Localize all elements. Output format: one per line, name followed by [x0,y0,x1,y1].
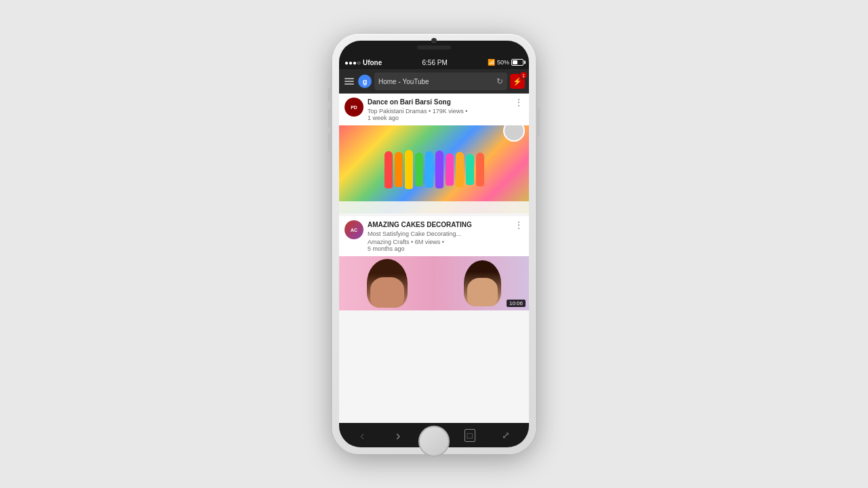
video-meta-1: PD Dance on Bari Barsi Song Top Pakistan… [339,94,529,125]
video-title-2: AMAZING CAKES DECORATING [368,220,510,229]
face-1 [367,259,408,308]
profile-overlay [503,125,525,142]
notification-badge: 1 [519,71,528,79]
video-channel-1: Top Pakistani Dramas • 179K views • 1 we… [368,108,510,121]
video-info-1: Dance on Bari Barsi Song Top Pakistani D… [368,98,510,121]
more-options-1[interactable]: ⋮ [514,98,524,107]
mute-button [328,88,331,102]
volume-down-button [328,133,331,152]
expand-icon: ⤢ [502,430,510,441]
hamburger-line-2 [344,81,354,82]
hamburger-line-3 [344,83,354,85]
video-thumbnail-1[interactable] [339,125,529,214]
battery-fill [513,60,517,64]
home-button[interactable] [418,426,450,457]
phone-frame: ●●●○ Ufone 6:56 PM 📶 50% g [332,34,536,454]
video-meta-2-sub: Amazing Crafts • 6M views • 5 months ago [368,239,510,252]
video-info-2: AMAZING CAKES DECORATING Most Satisfying… [368,220,510,252]
signal-icon: 📶 [488,59,495,66]
power-button [537,108,540,137]
url-text: Home - YouTube [378,78,429,85]
battery-icon [511,59,524,66]
video-title-1: Dance on Bari Barsi Song [368,98,510,106]
reload-button[interactable]: ↻ [496,77,503,86]
forward-button[interactable]: › [390,427,406,443]
thumbnail-visual [378,143,491,196]
browser-toolbar: g Home - YouTube ↻ ⚡ 1 [339,69,529,94]
menu-button[interactable] [343,77,355,86]
more-options-2[interactable]: ⋮ [514,220,524,230]
carrier-label: ●●●○ Ufone [344,59,382,66]
tabs-icon: □ [465,429,475,442]
channel-avatar-2: AC [344,220,363,239]
back-icon: ‹ [360,428,365,443]
status-bar: ●●●○ Ufone 6:56 PM 📶 50% [339,56,529,69]
video-item-2: AC AMAZING CAKES DECORATING Most Satisfy… [339,216,529,310]
status-right: 📶 50% [488,59,524,66]
duration-badge-2: 10:06 [507,300,526,307]
battery-label: 50% [497,59,509,66]
time-label: 6:56 PM [422,59,448,66]
back-button[interactable]: ‹ [354,427,370,443]
video-meta-2: AC AMAZING CAKES DECORATING Most Satisfy… [339,216,529,256]
content-area: PD Dance on Bari Barsi Song Top Pakistan… [339,94,529,423]
screen-content: ●●●○ Ufone 6:56 PM 📶 50% g [339,56,529,447]
speaker-bar [417,45,451,49]
expand-button[interactable]: ⤢ [498,427,514,443]
top-hardware [417,28,451,49]
camera-dot [431,38,437,43]
google-letter: g [363,77,368,85]
phone-screen: ●●●○ Ufone 6:56 PM 📶 50% g [339,41,529,447]
google-icon: g [358,75,372,88]
video-thumbnail-2[interactable]: 10:06 [339,256,529,310]
volume-up-button [328,108,331,127]
tabs-button[interactable]: □ [462,427,478,443]
lightning-button[interactable]: ⚡ 1 [510,74,525,89]
hamburger-line-1 [344,78,354,79]
video-item-1: PD Dance on Bari Barsi Song Top Pakistan… [339,94,529,214]
url-bar[interactable]: Home - YouTube ↻ [374,73,507,90]
channel-avatar-1: PD [344,98,363,117]
face-2 [464,260,501,306]
forward-icon: › [396,428,401,443]
video-subtitle-2: Most Satisfying Cake Decorating... [368,230,510,237]
